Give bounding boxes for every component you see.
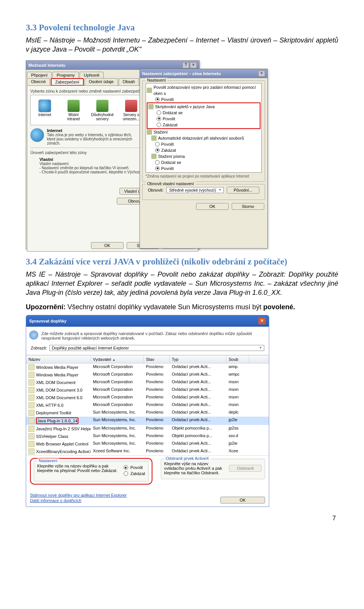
addon-name: Java(tm) Plug-In 2 SSV Helper [36, 426, 91, 431]
addon-file: wmp. [226, 364, 249, 371]
radio-icon[interactable] [155, 160, 160, 165]
zone-label: Internet [33, 113, 56, 117]
filter-combo[interactable]: Doplňky použité aplikací Internet Explor… [49, 345, 264, 351]
titlebar-manage-addons: Spravovat doplňky × [26, 315, 269, 327]
category-icon [148, 104, 154, 109]
settings-tree[interactable]: Povolit zobrazování výzev pro zadání inf… [146, 83, 262, 173]
setting-category: Povolit zobrazování výzev pro zadání inf… [154, 84, 260, 96]
check-shield-icon [96, 100, 108, 112]
ok-button[interactable]: OK [91, 242, 124, 249]
col-name[interactable]: Název [26, 356, 91, 363]
table-row[interactable]: XML DOM Document 3.0Microsoft Corporatio… [26, 386, 269, 394]
radio-icon[interactable] [157, 123, 161, 127]
addon-type: Ovládací prvek Acti... [169, 379, 226, 386]
zone-description: Tato zóna je pro weby v Internetu, s výj… [47, 133, 134, 145]
addon-status: Povoleno [144, 401, 169, 409]
radio-disable[interactable] [124, 471, 128, 476]
table-row[interactable]: Windows Media PlayerMicrosoft Corporatio… [26, 371, 269, 379]
download-addons-link[interactable]: Stáhnout nové doplňky pro aplikaci Inter… [30, 493, 127, 497]
tab-advanced[interactable]: Upřesnit [80, 72, 104, 78]
addon-name: XML DOM Document [36, 380, 75, 385]
reset-button[interactable]: Původní... [227, 187, 259, 194]
table-row[interactable]: XML DOM DocumentMicrosoft CorporationPov… [26, 379, 269, 386]
table-row[interactable]: XML DOM Document 6.0Microsoft Corporatio… [26, 394, 269, 401]
close-icon[interactable]: × [258, 71, 265, 77]
addon-publisher: Sun Microsystems, Inc. [91, 409, 144, 417]
radio-label: Dotázat se [163, 110, 183, 116]
page-number: 7 [26, 515, 338, 522]
addon-status: Povoleno [144, 394, 169, 401]
addon-status: Povoleno [144, 371, 169, 379]
tab-general[interactable]: Obecné [27, 78, 50, 86]
table-row[interactable]: SSVHelper ClassSun Microsystems, Inc.Pov… [26, 433, 269, 440]
window-title: Spravovat doplňky [29, 319, 66, 323]
zone-trusted[interactable]: Důvěryhodné servery [91, 100, 114, 121]
reset-level-combo[interactable]: Středně vysoké (výchozí) ▾ [166, 187, 224, 193]
addon-type: Ovládací prvek Acti... [169, 386, 226, 394]
col-publisher[interactable]: Vydavatel ▲ [91, 356, 144, 363]
ok-button[interactable]: OK [220, 497, 265, 504]
table-row[interactable]: Deployment ToolkitSun Microsystems, Inc.… [26, 409, 269, 417]
warn-shield-icon [125, 100, 137, 112]
remove-panel: Odstranit prvek ActiveX Klepněte výše na… [161, 459, 265, 479]
addon-table-body[interactable]: Windows Media PlayerMicrosoft Corporatio… [26, 364, 269, 455]
col-status[interactable]: Stav [144, 356, 169, 363]
cancel-button[interactable]: Storno [232, 203, 264, 210]
col-file[interactable]: Soub [226, 356, 249, 363]
window-security-settings: Nastavení zabezpečení – zóna Internetu ×… [140, 69, 268, 249]
radio-icon[interactable] [155, 97, 160, 102]
reset-groupbox: Obnovit vlastní nastavení Obnovit: Střed… [142, 184, 265, 200]
radio-label: Povolit [130, 465, 143, 470]
zone-label: Místní intranet [62, 113, 85, 121]
tab-privacy[interactable]: Osobní údaje [85, 78, 118, 86]
ok-button[interactable]: OK [196, 203, 229, 210]
body-3-4: MS IE – Nástroje – Spravovat doplňky – P… [26, 270, 338, 297]
tab-programs[interactable]: Programy [52, 72, 79, 78]
addon-type: Ovládací prvek Acti... [169, 417, 226, 425]
col-type[interactable]: Typ [169, 356, 226, 363]
addon-type: Ovládací prvek Acti... [169, 401, 226, 409]
body-3-3: MsIE – Nástroje – Možnosti Internetu – Z… [26, 36, 338, 54]
addon-name: XML DOM Document 3.0 [36, 388, 82, 392]
addon-publisher: Microsoft Corporation [91, 386, 144, 394]
table-row[interactable]: XML HTTP 6.0Microsoft CorporationPovolen… [26, 401, 269, 409]
addon-type: Ovládací prvek Acti... [169, 448, 226, 455]
radio-icon[interactable] [157, 116, 161, 121]
zone-internet[interactable]: Internet [33, 100, 56, 121]
remove-button[interactable]: Odstranit [229, 465, 262, 472]
table-row[interactable]: Windows Media PlayerMicrosoft Corporatio… [26, 364, 269, 371]
close-icon[interactable]: × [258, 318, 266, 324]
addon-file: jp2ss [226, 425, 249, 433]
tab-content[interactable]: Obsah [119, 78, 139, 86]
heading-3-3: 3.3 Povolení technologie Java [26, 23, 338, 33]
radio-icon[interactable] [155, 142, 160, 146]
note-bold: povolené. [263, 303, 295, 311]
more-info-link[interactable]: Další informace o doplňcích [30, 498, 127, 503]
setting-category: Stažení písma [158, 153, 185, 159]
heading-3-4: 3.4 Zakázání více verzí JAVA v prohlížeč… [26, 257, 338, 267]
close-icon[interactable]: × [190, 62, 197, 68]
table-row[interactable]: Web Browser Applet ControlSun Microsyste… [26, 440, 269, 448]
addon-icon [28, 372, 35, 378]
addon-icon [28, 433, 35, 439]
radio-enable[interactable] [124, 465, 128, 470]
zone-intranet[interactable]: Místní intranet [62, 100, 85, 121]
help-icon[interactable]: ? [182, 62, 189, 68]
tab-connections[interactable]: Připojení [27, 72, 52, 78]
addon-file: deplc [226, 409, 249, 417]
addon-name: XceedBinaryEncoding ActiveX [36, 449, 91, 454]
addon-name: Windows Media Player [36, 373, 78, 377]
table-row[interactable]: Java Plug-in 1.6.0_14Sun Microsystems, I… [26, 417, 269, 425]
radio-icon[interactable] [157, 110, 161, 115]
table-row[interactable]: XceedBinaryEncoding ActiveXXceed Softwar… [26, 448, 269, 455]
group-title: Nastavení [146, 78, 168, 82]
addon-publisher: Microsoft Corporation [91, 401, 144, 409]
tab-security[interactable]: Zabezpečení [51, 78, 84, 86]
radio-icon[interactable] [155, 166, 160, 171]
window-title: Možnosti Internetu [28, 63, 66, 68]
radio-label: Povolit [161, 165, 174, 172]
table-row[interactable]: Java(tm) Plug-In 2 SSV HelperSun Microsy… [26, 425, 269, 433]
radio-icon[interactable] [155, 172, 160, 173]
radio-icon[interactable] [155, 148, 160, 153]
addon-type: Objekt pomocníka p... [169, 433, 226, 440]
